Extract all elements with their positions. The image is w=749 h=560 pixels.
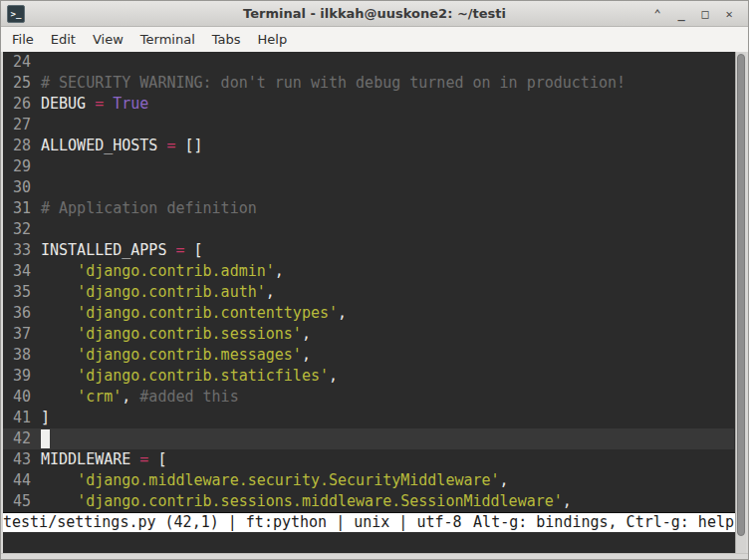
menu-view[interactable]: View <box>86 29 130 50</box>
line-number: 36 <box>3 303 31 324</box>
editor-line-43[interactable]: 43MIDDLEWARE = [ <box>3 449 734 470</box>
menu-file[interactable]: File <box>5 29 41 50</box>
line-number: 39 <box>3 366 31 387</box>
editor-line-27[interactable]: 27 <box>3 115 734 136</box>
editor-line-45[interactable]: 45 'django.contrib.sessions.middleware.S… <box>3 491 734 512</box>
statusbar: testi/settings.py (42,1) | ft:python | u… <box>3 512 746 532</box>
maximize-button[interactable]: □ <box>696 5 714 23</box>
menu-terminal[interactable]: Terminal <box>133 29 202 50</box>
line-code: # SECURITY WARNING: don't run with debug… <box>41 73 625 94</box>
line-code: ] <box>41 408 50 428</box>
line-code: 'django.contrib.staticfiles', <box>41 366 338 387</box>
line-number: 41 <box>3 408 31 428</box>
window-title: Terminal - ilkkah@uuskone2: ~/testi <box>1 6 748 21</box>
line-number: 38 <box>3 345 31 366</box>
line-number: 30 <box>3 177 31 198</box>
titlebar[interactable]: >_ Terminal - ilkkah@uuskone2: ~/testi ⌃… <box>1 1 748 27</box>
line-number: 40 <box>3 387 31 408</box>
line-code: 'django.contrib.sessions.middleware.Sess… <box>41 491 572 512</box>
line-code: MIDDLEWARE = [ <box>41 449 166 470</box>
line-code: INSTALLED_APPS = [ <box>41 240 203 261</box>
line-number: 24 <box>3 52 31 73</box>
scrollbar-thumb[interactable] <box>737 54 745 536</box>
editor-line-41[interactable]: 41] <box>3 408 734 428</box>
line-number: 27 <box>3 115 31 136</box>
editor-line-31[interactable]: 31# Application definition <box>3 198 734 219</box>
shade-button[interactable]: ⌃ <box>648 5 666 23</box>
editor-line-30[interactable]: 30 <box>3 177 734 198</box>
scrollbar[interactable] <box>735 52 746 553</box>
editor-line-32[interactable]: 32 <box>3 219 734 240</box>
editor-line-40[interactable]: 40 'crm', #added this <box>3 387 734 408</box>
line-number: 33 <box>3 240 31 261</box>
menu-edit[interactable]: Edit <box>44 29 83 50</box>
line-code: 'django.contrib.admin', <box>41 261 284 282</box>
status-file-info: testi/settings.py (42,1) | ft:python | u… <box>3 513 462 532</box>
editor-line-35[interactable]: 35 'django.contrib.auth', <box>3 282 734 303</box>
text-cursor <box>41 429 50 448</box>
editor-line-33[interactable]: 33INSTALLED_APPS = [ <box>3 240 734 261</box>
line-number: 31 <box>3 198 31 219</box>
terminal-blank-area <box>3 532 746 553</box>
editor-line-34[interactable]: 34 'django.contrib.admin', <box>3 261 734 282</box>
editor-view[interactable]: 2425# SECURITY WARNING: don't run with d… <box>3 52 746 512</box>
terminal-app-icon: >_ <box>7 5 25 23</box>
line-number: 26 <box>3 94 31 115</box>
line-code <box>41 428 50 449</box>
editor-line-24[interactable]: 24 <box>3 52 734 73</box>
line-code: 'django.contrib.auth', <box>41 282 275 303</box>
menu-help[interactable]: Help <box>251 29 295 50</box>
line-code: DEBUG = True <box>41 94 148 115</box>
line-number: 28 <box>3 136 31 156</box>
window-controls: ⌃_□✕ <box>648 5 748 23</box>
line-code: 'django.contrib.sessions', <box>41 324 311 345</box>
editor-lines: 2425# SECURITY WARNING: don't run with d… <box>3 52 734 512</box>
line-number: 34 <box>3 261 31 282</box>
editor-line-42[interactable]: 42 <box>3 428 734 449</box>
editor-line-28[interactable]: 28ALLOWED_HOSTS = [] <box>3 136 734 156</box>
line-number: 42 <box>3 428 31 449</box>
menu-tabs[interactable]: Tabs <box>205 29 248 50</box>
editor-line-37[interactable]: 37 'django.contrib.sessions', <box>3 324 734 345</box>
line-code: ALLOWED_HOSTS = [] <box>41 136 203 156</box>
editor-line-38[interactable]: 38 'django.contrib.messages', <box>3 345 734 366</box>
terminal-area: 2425# SECURITY WARNING: don't run with d… <box>3 52 746 553</box>
line-code: 'django.middleware.security.SecurityMidd… <box>41 470 509 491</box>
editor-line-29[interactable]: 29 <box>3 156 734 177</box>
editor-line-39[interactable]: 39 'django.contrib.staticfiles', <box>3 366 734 387</box>
minimize-button[interactable]: _ <box>672 5 690 23</box>
status-help-hint: Alt-g: bindings, Ctrl-g: help <box>473 513 734 532</box>
menubar: FileEditViewTerminalTabsHelp <box>1 27 748 52</box>
line-number: 45 <box>3 491 31 512</box>
line-code: 'django.contrib.contenttypes', <box>41 303 347 324</box>
line-number: 35 <box>3 282 31 303</box>
line-code: 'django.contrib.messages', <box>41 345 311 366</box>
editor-line-26[interactable]: 26DEBUG = True <box>3 94 734 115</box>
editor-line-25[interactable]: 25# SECURITY WARNING: don't run with deb… <box>3 73 734 94</box>
terminal-window: >_ Terminal - ilkkah@uuskone2: ~/testi ⌃… <box>0 0 749 560</box>
line-number: 25 <box>3 73 31 94</box>
line-number: 44 <box>3 470 31 491</box>
line-number: 37 <box>3 324 31 345</box>
line-code: 'crm', #added this <box>41 387 239 408</box>
line-number: 29 <box>3 156 31 177</box>
line-number: 32 <box>3 219 31 240</box>
line-number: 43 <box>3 449 31 470</box>
close-button[interactable]: ✕ <box>720 5 738 23</box>
line-code: # Application definition <box>41 198 257 219</box>
editor-line-44[interactable]: 44 'django.middleware.security.SecurityM… <box>3 470 734 491</box>
window-bottom-border <box>1 553 748 559</box>
editor-line-36[interactable]: 36 'django.contrib.contenttypes', <box>3 303 734 324</box>
